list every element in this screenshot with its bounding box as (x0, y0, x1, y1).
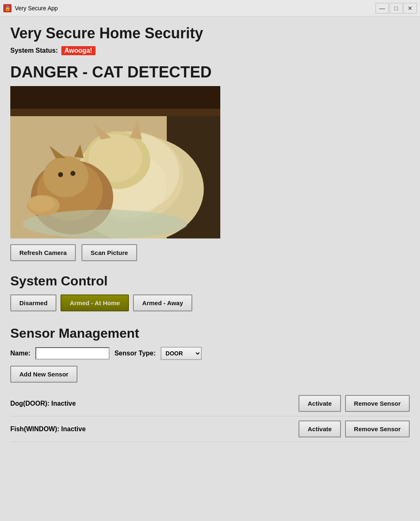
minimize-button[interactable]: — (376, 3, 389, 14)
sensor-fish-remove-button[interactable]: Remove Sensor (345, 421, 410, 437)
title-bar-left: 🔒 Very Secure App (3, 4, 58, 12)
sensor-dog-remove-button[interactable]: Remove Sensor (345, 395, 410, 412)
svg-point-21 (28, 195, 54, 212)
add-new-sensor-button[interactable]: Add New Sensor (10, 366, 77, 383)
camera-buttons: Refresh Camera Scan Picture (10, 244, 410, 261)
armed-at-home-button[interactable]: Armed - At Home (61, 294, 129, 311)
system-control-buttons: Disarmed Armed - At Home Armed - Away (10, 294, 410, 311)
table-row: Dog(DOOR): Inactive Activate Remove Sens… (10, 391, 410, 416)
sensor-fish-activate-button[interactable]: Activate (299, 421, 341, 437)
sensor-name-label: Name: (10, 350, 30, 357)
sensor-type-label: Sensor Type: (114, 350, 156, 357)
title-bar: 🔒 Very Secure App — □ ✕ (0, 0, 420, 16)
cat-svg (10, 86, 220, 238)
close-button[interactable]: ✕ (404, 3, 417, 14)
armed-away-button[interactable]: Armed - Away (133, 294, 192, 311)
camera-feed (10, 86, 220, 238)
sensor-type-select[interactable]: DOOR WINDOW MOTION SMOKE (161, 347, 202, 360)
sensor-dog-activate-button[interactable]: Activate (299, 395, 341, 412)
system-status-label: System Status: (10, 47, 58, 54)
disarmed-button[interactable]: Disarmed (10, 294, 56, 311)
svg-rect-0 (10, 86, 220, 109)
sensor-fish-buttons: Activate Remove Sensor (299, 421, 410, 437)
status-badge: Awooga! (61, 46, 96, 55)
sensor-list: Dog(DOOR): Inactive Activate Remove Sens… (10, 391, 410, 442)
sensor-dog-label: Dog(DOOR): Inactive (10, 400, 299, 407)
system-control-title: System Control (10, 273, 410, 289)
sensor-management-title: Sensor Management (10, 326, 410, 341)
sensor-form-row: Name: Sensor Type: DOOR WINDOW MOTION SM… (10, 347, 410, 360)
main-content: Very Secure Home Security System Status:… (0, 16, 420, 450)
app-title: Very Secure Home Security (10, 25, 410, 42)
sensor-management: Sensor Management Name: Sensor Type: DOO… (10, 326, 410, 442)
system-status-row: System Status: Awooga! (10, 46, 410, 55)
camera-scene (10, 86, 220, 238)
danger-heading: DANGER - CAT DETECTED (10, 63, 410, 81)
sensor-dog-buttons: Activate Remove Sensor (299, 395, 410, 412)
table-row: Fish(WINDOW): Inactive Activate Remove S… (10, 416, 410, 442)
svg-point-14 (43, 156, 89, 197)
sensor-fish-label: Fish(WINDOW): Inactive (10, 425, 299, 433)
window-title: Very Secure App (15, 5, 58, 12)
app-icon: 🔒 (3, 4, 12, 12)
sensor-name-input[interactable] (35, 347, 110, 360)
scan-picture-button[interactable]: Scan Picture (82, 244, 137, 261)
window-controls: — □ ✕ (376, 3, 417, 14)
svg-point-17 (58, 172, 63, 177)
svg-point-18 (70, 171, 75, 176)
maximize-button[interactable]: □ (390, 3, 403, 14)
svg-rect-1 (10, 109, 220, 116)
refresh-camera-button[interactable]: Refresh Camera (10, 244, 76, 261)
